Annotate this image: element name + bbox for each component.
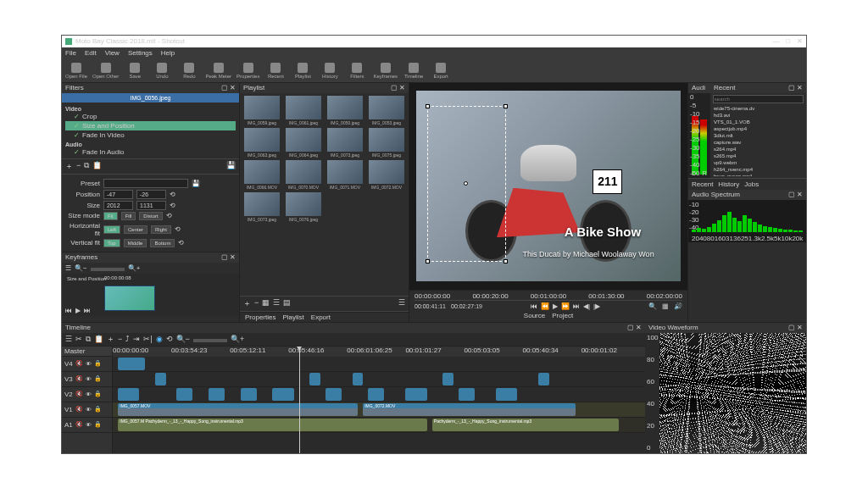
sizemode-reset-icon[interactable]: ⟲	[166, 212, 172, 219]
clip[interactable]	[241, 388, 257, 401]
playlist-item[interactable]: IMG_0059.jpeg	[242, 96, 281, 125]
hide-icon[interactable]: 👁	[86, 391, 92, 397]
hide-icon[interactable]: 👁	[86, 407, 92, 413]
menu-file[interactable]: File	[65, 49, 76, 57]
volume-icon[interactable]: 🔊	[674, 302, 682, 310]
next-icon[interactable]: |▶	[593, 302, 600, 310]
clip[interactable]	[272, 388, 293, 401]
playhead[interactable]	[299, 347, 300, 453]
tab-export[interactable]: Export	[311, 313, 331, 321]
skip-end-icon[interactable]: ⏭	[573, 302, 580, 310]
clip[interactable]	[155, 373, 166, 385]
minimize-button[interactable]: —	[772, 37, 779, 45]
filter-paste-icon[interactable]: 📋	[92, 161, 102, 172]
handle-tl[interactable]	[426, 104, 430, 108]
pl-view2-icon[interactable]: ☰	[273, 298, 280, 309]
clip[interactable]	[442, 373, 453, 385]
maximize-button[interactable]: □	[786, 37, 790, 45]
track-header-v4[interactable]: V4🔇👁🔒	[62, 357, 112, 372]
rewind-icon[interactable]: ⏪	[541, 302, 549, 310]
properties-button[interactable]: Properties	[236, 63, 259, 79]
vfit-middle[interactable]: Middle	[124, 239, 147, 247]
tab-playlist[interactable]: Playlist	[282, 313, 303, 321]
clip[interactable]	[353, 373, 364, 385]
clip[interactable]	[118, 388, 139, 401]
clip[interactable]	[496, 388, 517, 401]
tl-zoomin-icon[interactable]: 🔍+	[231, 335, 244, 343]
tab-jobs[interactable]: Jobs	[744, 180, 759, 188]
kf-next-icon[interactable]: ⏭	[84, 307, 91, 314]
track-row-v2[interactable]	[113, 387, 645, 402]
playlist-item[interactable]: IMG_0072.MOV	[367, 160, 406, 190]
open-other-button[interactable]: Open Other	[92, 63, 119, 79]
recent-search-input[interactable]	[713, 95, 804, 103]
playlist-item[interactable]: IMG_0073.jpeg	[326, 128, 364, 158]
clip[interactable]	[368, 388, 384, 401]
preview-ruler[interactable]: 00:00:00:0000:00:20:0000:01:00:0000:01:3…	[415, 292, 682, 301]
save-button[interactable]: Save	[124, 63, 146, 79]
playlist-item[interactable]: IMG_0070.MOV	[284, 160, 323, 190]
track-header-v2[interactable]: V2🔇👁🔒	[62, 387, 112, 402]
filter-item[interactable]: ✓Size and Position	[65, 121, 236, 130]
recent-close-icon[interactable]: ▢ ✕	[788, 84, 803, 92]
recent-item[interactable]: capture.wav	[714, 139, 803, 146]
tl-snap-icon[interactable]: ◉	[156, 335, 163, 343]
tl-scrub-icon[interactable]: ⟲	[166, 335, 173, 343]
pl-menu-icon[interactable]: ☰	[398, 298, 405, 309]
tab-properties[interactable]: Properties	[245, 313, 275, 321]
zoom-button[interactable]: 🔍	[648, 302, 657, 310]
track-row-v3[interactable]	[113, 372, 645, 387]
open-file-button[interactable]: Open File	[65, 63, 87, 79]
keyframes-body[interactable]: Size and Position 00:00:00:08 ⏮ ▶ ⏭	[62, 274, 239, 316]
selection-rect[interactable]	[427, 106, 506, 262]
handle-center[interactable]	[464, 181, 468, 186]
position-y-input[interactable]	[136, 190, 166, 199]
filter-add-icon[interactable]: ＋	[65, 161, 73, 172]
tl-split-icon[interactable]: ✂|	[143, 335, 152, 343]
hide-icon[interactable]: 👁	[86, 376, 92, 382]
clip[interactable]	[209, 388, 225, 401]
sizemode-fit[interactable]: Fit	[103, 212, 118, 220]
track-master[interactable]: Master	[62, 347, 112, 357]
track-header-v1[interactable]: V1🔇👁🔒	[62, 402, 112, 418]
waveform-close-icon[interactable]: ▢ ✕	[788, 324, 803, 331]
playlist-item[interactable]: IMG_0050.jpeg	[326, 96, 364, 125]
recent-item[interactable]: aspectjob.mp4	[714, 125, 803, 132]
kf-zoomin-icon[interactable]: 🔍+	[128, 264, 141, 272]
timeline-button[interactable]: Timeline	[403, 63, 425, 79]
timeline-close-icon[interactable]: ▢ ✕	[627, 324, 642, 331]
handle-tr[interactable]	[504, 104, 508, 108]
recent-item[interactable]: hd3.avi	[714, 112, 803, 119]
lock-icon[interactable]: 🔒	[94, 421, 102, 428]
playlist-close-icon[interactable]: ▢ ✕	[391, 84, 405, 92]
mute-icon[interactable]: 🔇	[75, 375, 83, 382]
sizemode-distort[interactable]: Distort	[139, 212, 162, 220]
kf-prev-icon[interactable]: ⏮	[65, 307, 72, 314]
tab-source[interactable]: Source	[524, 312, 545, 319]
preset-select[interactable]	[103, 179, 188, 188]
recent-item[interactable]: wide75-cinema.dv	[714, 105, 803, 112]
size-reset-icon[interactable]: ⟲	[170, 202, 175, 209]
recent-item[interactable]: hevc_nvenc.mp4	[714, 173, 803, 176]
size-h-input[interactable]	[136, 201, 166, 210]
timeline-content[interactable]: 00:00:00:0000:03:54:2300:05:12:1100:05:4…	[113, 347, 645, 453]
tab-history[interactable]: History	[718, 180, 739, 188]
filters-button[interactable]: Filters	[346, 63, 368, 79]
timeline-ruler[interactable]: 00:00:00:0000:03:54:2300:05:12:1100:05:4…	[113, 347, 645, 357]
playlist-item[interactable]: IMG_0063.jpeg	[242, 128, 281, 158]
tl-zoom-slider[interactable]	[193, 339, 227, 342]
hide-icon[interactable]: 👁	[86, 361, 92, 367]
filter-item[interactable]: ✓Crop	[65, 112, 236, 121]
track-row-a1[interactable]: IMG_0057.M Pachyderm_-_13_-_Happy_Song_i…	[113, 418, 645, 433]
playlist-item[interactable]: IMG_0075.jpeg	[367, 128, 406, 158]
clip[interactable]	[176, 388, 192, 401]
menu-edit[interactable]: Edit	[85, 49, 97, 57]
clip[interactable]	[118, 358, 144, 370]
kf-zoomout-icon[interactable]: 🔍−	[75, 264, 87, 272]
forward-icon[interactable]: ⏩	[561, 302, 570, 310]
filter-save-icon[interactable]: 💾	[226, 161, 236, 172]
hide-icon[interactable]: 👁	[86, 422, 92, 428]
tl-zoomout-icon[interactable]: 🔍−	[176, 335, 190, 343]
track-row-v4[interactable]	[113, 357, 645, 372]
peak-meter-button[interactable]: Peak Meter	[205, 63, 231, 79]
